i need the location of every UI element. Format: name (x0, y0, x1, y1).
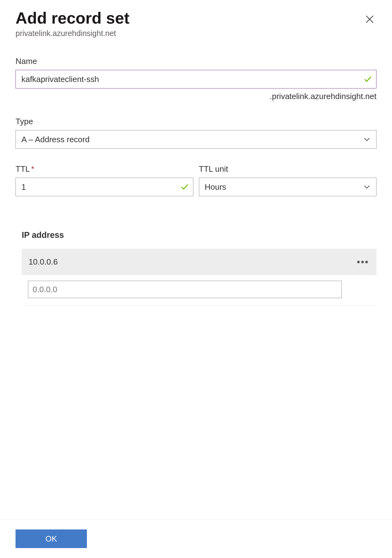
ttl-input[interactable] (16, 178, 193, 196)
panel-title: Add record set (16, 9, 129, 27)
panel-subtitle: privatelink.azurehdinsight.net (16, 29, 376, 38)
type-label: Type (16, 117, 376, 126)
ttl-unit-value: Hours (205, 182, 226, 192)
ttl-unit-select[interactable]: Hours (199, 178, 377, 196)
check-icon (180, 183, 189, 191)
ip-new-input[interactable] (28, 281, 342, 298)
check-icon (363, 75, 372, 84)
type-select[interactable]: A – Address record (16, 130, 376, 149)
required-indicator: * (31, 164, 34, 174)
close-icon (364, 14, 375, 25)
chevron-down-icon (363, 136, 371, 143)
ttl-label: TTL* (16, 164, 193, 174)
name-label: Name (16, 57, 376, 66)
ip-address-header: IP address (22, 230, 376, 240)
name-suffix: .privatelink.azurehdinsight.net (16, 92, 376, 101)
more-button[interactable]: ••• (356, 257, 370, 267)
type-value: A – Address record (21, 135, 90, 144)
ip-value: 10.0.0.6 (29, 257, 58, 267)
footer: OK (0, 519, 392, 558)
chevron-down-icon (363, 183, 371, 191)
close-button[interactable] (363, 12, 376, 26)
name-input[interactable] (16, 70, 376, 88)
more-icon: ••• (357, 256, 369, 268)
ttl-unit-label: TTL unit (199, 164, 377, 174)
divider (22, 306, 376, 306)
ip-row: 10.0.0.6 ••• (22, 249, 376, 275)
ok-button[interactable]: OK (16, 529, 87, 548)
